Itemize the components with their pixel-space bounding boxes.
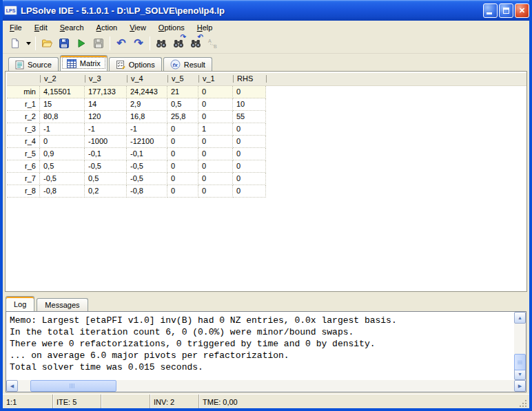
matrix-row-r_8[interactable]: r_8-0,80,2-0,8000 — [7, 185, 526, 198]
log-tab-log[interactable]: Log — [6, 296, 34, 311]
menu-help[interactable]: Help — [191, 22, 219, 33]
save-all-button[interactable] — [90, 36, 107, 52]
matrix-cell[interactable]: 0,2 — [85, 185, 127, 198]
matrix-column-header[interactable]: v_1 — [198, 73, 233, 85]
matrix-cell[interactable]: 0,9 — [40, 148, 85, 160]
matrix-cell[interactable]: -1 — [127, 123, 167, 136]
matrix-cell[interactable]: -0,8 — [40, 185, 85, 198]
matrix-cell[interactable]: 55 — [233, 111, 266, 123]
matrix-cell[interactable]: 1 — [198, 123, 233, 136]
log-output[interactable]: Memo: Largest [etaPFI v1.0] inv(B) had 0… — [6, 312, 514, 380]
matrix-row-min[interactable]: min4,15501177,13324,24432100 — [7, 86, 526, 98]
menu-search[interactable]: Search — [54, 22, 90, 33]
tab-matrix[interactable]: Matrix — [60, 55, 108, 71]
matrix-cell[interactable]: -0,5 — [40, 173, 85, 185]
matrix-cell[interactable]: -1000 — [85, 136, 127, 148]
log-tab-messages[interactable]: Messages — [37, 298, 88, 311]
minimize-button[interactable] — [483, 3, 498, 18]
vertical-scroll-thumb[interactable] — [514, 354, 526, 370]
scroll-up-icon[interactable]: ▲ — [514, 312, 526, 324]
matrix-cell[interactable]: 0 — [167, 136, 198, 148]
matrix-cell[interactable]: 0 — [233, 173, 266, 185]
maximize-button[interactable] — [499, 3, 513, 18]
scroll-left-icon[interactable]: ◀ — [6, 380, 18, 392]
matrix-cell[interactable]: -0,5 — [127, 173, 167, 185]
matrix-cell[interactable]: 0 — [233, 160, 266, 173]
log-vertical-scrollbar[interactable]: ▲ ▼ — [514, 312, 526, 380]
matrix-cell[interactable]: -1 — [40, 123, 85, 136]
replace-button[interactable]: AB — [205, 36, 221, 52]
matrix-cell[interactable]: 15 — [40, 98, 85, 111]
find-next-button[interactable]: ↷ — [170, 36, 187, 52]
matrix-cell[interactable]: 0 — [198, 136, 233, 148]
matrix-cell[interactable]: 0,5 — [85, 173, 127, 185]
matrix-cell[interactable]: -0,1 — [85, 148, 127, 160]
matrix-column-header[interactable]: v_4 — [127, 73, 167, 85]
matrix-cell[interactable]: 0 — [167, 148, 198, 160]
matrix-row-r_3[interactable]: r_3-1-1-1010 — [7, 123, 526, 136]
matrix-cell[interactable]: 0 — [233, 148, 266, 160]
matrix-cell[interactable]: 0 — [198, 111, 233, 123]
matrix-row-r_1[interactable]: r_115142,90,5010 — [7, 98, 526, 111]
title-bar[interactable]: LPS LPSolve IDE - 5.1.0.1 - D:\LP_SOLVE\… — [0, 0, 532, 21]
matrix-cell[interactable]: 0 — [198, 98, 233, 111]
matrix-cell[interactable]: -0,5 — [127, 160, 167, 173]
matrix-cell[interactable]: 0 — [167, 173, 198, 185]
redo-button[interactable]: ↷ — [130, 36, 147, 52]
matrix-cell[interactable]: 0,5 — [167, 98, 198, 111]
matrix-row-r_7[interactable]: r_7-0,50,5-0,5000 — [7, 173, 526, 185]
undo-button[interactable]: ↶ — [113, 36, 130, 52]
matrix-cell[interactable]: 21 — [167, 86, 198, 98]
matrix-column-header[interactable] — [7, 73, 40, 85]
close-button[interactable]: ✕ — [515, 3, 529, 18]
matrix-row-r_2[interactable]: r_280,812016,825,8055 — [7, 111, 526, 123]
matrix-cell[interactable]: 0,5 — [40, 160, 85, 173]
menu-file[interactable]: File — [3, 22, 28, 33]
tab-options[interactable]: Options — [109, 57, 162, 71]
matrix-cell[interactable]: -12100 — [127, 136, 167, 148]
matrix-cell[interactable]: 16,8 — [127, 111, 167, 123]
matrix-cell[interactable]: 2,9 — [127, 98, 167, 111]
menu-edit[interactable]: Edit — [28, 22, 54, 33]
menu-options[interactable]: Options — [152, 22, 191, 33]
horizontal-scroll-track[interactable] — [18, 380, 514, 392]
new-button[interactable] — [7, 36, 23, 52]
find-button[interactable] — [153, 36, 170, 52]
scroll-right-icon[interactable]: ▶ — [514, 380, 526, 392]
solve-button[interactable] — [73, 36, 90, 52]
matrix-cell[interactable]: 10 — [233, 98, 266, 111]
matrix-row-r_4[interactable]: r_40-1000-12100000 — [7, 136, 526, 148]
matrix-cell[interactable]: 0 — [198, 160, 233, 173]
matrix-cell[interactable]: 0 — [40, 136, 85, 148]
matrix-cell[interactable]: 24,2443 — [127, 86, 167, 98]
matrix-column-header[interactable]: v_2 — [40, 73, 85, 85]
matrix-row-r_5[interactable]: r_50,9-0,1-0,1000 — [7, 148, 526, 160]
save-button[interactable] — [56, 36, 72, 52]
matrix-column-header[interactable]: v_5 — [167, 73, 198, 85]
matrix-cell[interactable]: 0 — [233, 86, 266, 98]
new-dropdown-button[interactable] — [24, 36, 32, 52]
open-button[interactable] — [39, 36, 55, 52]
matrix-cell[interactable]: -1 — [85, 123, 127, 136]
matrix-cell[interactable]: 120 — [85, 111, 127, 123]
tab-result[interactable]: fxResult — [163, 57, 212, 71]
vertical-scroll-track[interactable] — [514, 324, 526, 368]
tab-source[interactable]: Source — [8, 57, 59, 71]
matrix-cell[interactable]: 14 — [85, 98, 127, 111]
matrix-cell[interactable]: 0 — [167, 160, 198, 173]
matrix-column-header[interactable]: v_3 — [85, 73, 127, 85]
matrix-cell[interactable]: -0,1 — [127, 148, 167, 160]
matrix-cell[interactable]: 80,8 — [40, 111, 85, 123]
matrix-cell[interactable]: 0 — [198, 173, 233, 185]
matrix-cell[interactable]: -0,5 — [85, 160, 127, 173]
log-horizontal-scrollbar[interactable]: ◀ ▶ — [6, 380, 526, 392]
matrix-cell[interactable]: 0 — [167, 123, 198, 136]
matrix-cell[interactable]: 0 — [233, 185, 266, 198]
matrix-cell[interactable]: 177,133 — [85, 86, 127, 98]
horizontal-scroll-thumb[interactable] — [30, 380, 116, 392]
menu-view[interactable]: View — [123, 22, 152, 33]
matrix-row-r_6[interactable]: r_60,5-0,5-0,5000 — [7, 160, 526, 173]
matrix-cell[interactable]: 0 — [198, 86, 233, 98]
matrix-cell[interactable]: 0 — [233, 123, 266, 136]
find-previous-button[interactable]: ↶ — [187, 36, 204, 52]
